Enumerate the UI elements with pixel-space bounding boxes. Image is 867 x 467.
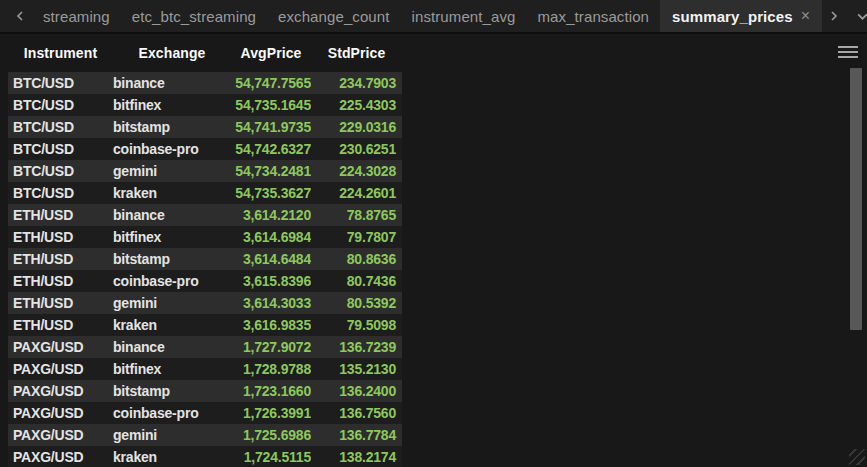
avgprice-cell: 54,734.2481 (231, 163, 311, 179)
avgprice-cell: 3,614.2120 (231, 207, 311, 223)
instrument-cell: PAXG/USD (8, 405, 113, 421)
chevron-down-icon[interactable] (850, 10, 867, 23)
vertical-scrollbar[interactable] (850, 34, 862, 467)
table-row[interactable]: ETH/USDbinance3,614.212078.8765 (8, 204, 402, 226)
avgprice-cell: 54,741.9735 (231, 119, 311, 135)
app-window: streaming etc_btc_streaming exchange_cou… (0, 0, 867, 467)
stdprice-cell: 224.3028 (311, 163, 402, 179)
stdprice-cell: 138.2174 (311, 449, 402, 465)
avgprice-cell: 1,728.9788 (231, 361, 311, 377)
avgprice-cell: 3,614.6984 (231, 229, 311, 245)
stdprice-cell: 224.2601 (311, 185, 402, 201)
close-icon[interactable]: × (801, 8, 810, 24)
stdprice-cell: 79.7807 (311, 229, 402, 245)
exchange-cell: kraken (113, 185, 231, 201)
stdprice-cell: 225.4303 (311, 97, 402, 113)
stdprice-cell: 136.7784 (311, 427, 402, 443)
tab-actions (822, 0, 867, 32)
column-header-avgprice[interactable]: AvgPrice (231, 45, 311, 61)
avgprice-cell: 3,615.8396 (231, 273, 311, 289)
table-row[interactable]: PAXG/USDbitstamp1,723.1660136.2400 (8, 380, 402, 402)
table-row[interactable]: BTC/USDbinance54,747.7565234.7903 (8, 72, 402, 94)
stdprice-cell: 135.2130 (311, 361, 402, 377)
table-row[interactable]: BTC/USDkraken54,735.3627224.2601 (8, 182, 402, 204)
table-row[interactable]: PAXG/USDkraken1,724.5115138.2174 (8, 446, 402, 467)
scrollbar-thumb[interactable] (850, 68, 862, 330)
table-row[interactable]: BTC/USDcoinbase-pro54,742.6327230.6251 (8, 138, 402, 160)
tab-label: exchange_count (278, 8, 390, 25)
instrument-cell: ETH/USD (8, 251, 113, 267)
instrument-cell: ETH/USD (8, 229, 113, 245)
exchange-cell: binance (113, 339, 231, 355)
stdprice-cell: 136.7239 (311, 339, 402, 355)
exchange-cell: kraken (113, 317, 231, 333)
table-row[interactable]: BTC/USDbitstamp54,741.9735229.0316 (8, 116, 402, 138)
avgprice-cell: 3,614.6484 (231, 251, 311, 267)
avgprice-cell: 3,616.9835 (231, 317, 311, 333)
tab-etc-btc-streaming[interactable]: etc_btc_streaming (121, 0, 267, 32)
chevron-right-icon[interactable] (822, 10, 846, 22)
table-row[interactable]: PAXG/USDbitfinex1,728.9788135.2130 (8, 358, 402, 380)
instrument-cell: BTC/USD (8, 141, 113, 157)
column-header-instrument[interactable]: Instrument (8, 45, 113, 61)
stdprice-cell: 230.6251 (311, 141, 402, 157)
table-row[interactable]: PAXG/USDcoinbase-pro1,726.3991136.7560 (8, 402, 402, 424)
avgprice-cell: 3,614.3033 (231, 295, 311, 311)
stdprice-cell: 78.8765 (311, 207, 402, 223)
exchange-cell: gemini (113, 163, 231, 179)
instrument-cell: PAXG/USD (8, 361, 113, 377)
table-row[interactable]: ETH/USDkraken3,616.983579.5098 (8, 314, 402, 336)
exchange-cell: bitstamp (113, 383, 231, 399)
table-row[interactable]: ETH/USDcoinbase-pro3,615.839680.7436 (8, 270, 402, 292)
tab-label: streaming (43, 8, 110, 25)
tab-bar: streaming etc_btc_streaming exchange_cou… (0, 0, 867, 34)
exchange-cell: binance (113, 75, 231, 91)
tab-max-transaction[interactable]: max_transaction (527, 0, 661, 32)
avgprice-cell: 1,727.9072 (231, 339, 311, 355)
exchange-cell: bitfinex (113, 97, 231, 113)
table-row[interactable]: BTC/USDbitfinex54,735.1645225.4303 (8, 94, 402, 116)
stdprice-cell: 229.0316 (311, 119, 402, 135)
instrument-cell: BTC/USD (8, 119, 113, 135)
avgprice-cell: 1,726.3991 (231, 405, 311, 421)
stdprice-cell: 136.2400 (311, 383, 402, 399)
instrument-cell: PAXG/USD (8, 339, 113, 355)
table-row[interactable]: PAXG/USDgemini1,725.6986136.7784 (8, 424, 402, 446)
chevron-left-icon[interactable] (8, 0, 32, 32)
stdprice-cell: 136.7560 (311, 405, 402, 421)
table-row[interactable]: ETH/USDbitstamp3,614.648480.8636 (8, 248, 402, 270)
table-row[interactable]: PAXG/USDbinance1,727.9072136.7239 (8, 336, 402, 358)
exchange-cell: gemini (113, 295, 231, 311)
avgprice-cell: 1,725.6986 (231, 427, 311, 443)
avgprice-cell: 54,735.1645 (231, 97, 311, 113)
table-panel: Instrument Exchange AvgPrice StdPrice BT… (0, 34, 867, 467)
instrument-cell: ETH/USD (8, 317, 113, 333)
exchange-cell: binance (113, 207, 231, 223)
exchange-cell: coinbase-pro (113, 273, 231, 289)
table-row[interactable]: BTC/USDgemini54,734.2481224.3028 (8, 160, 402, 182)
resize-grip-icon[interactable] (849, 449, 865, 465)
tab-label: max_transaction (538, 8, 650, 25)
avgprice-cell: 54,742.6327 (231, 141, 311, 157)
table-body: BTC/USDbinance54,747.7565234.7903BTC/USD… (8, 72, 402, 467)
table-row[interactable]: ETH/USDbitfinex3,614.698479.7807 (8, 226, 402, 248)
avgprice-cell: 1,723.1660 (231, 383, 311, 399)
tab-streaming[interactable]: streaming (32, 0, 121, 32)
table-row[interactable]: ETH/USDgemini3,614.303380.5392 (8, 292, 402, 314)
stdprice-cell: 234.7903 (311, 75, 402, 91)
stdprice-cell: 79.5098 (311, 317, 402, 333)
avgprice-cell: 54,735.3627 (231, 185, 311, 201)
stdprice-cell: 80.5392 (311, 295, 402, 311)
stdprice-cell: 80.7436 (311, 273, 402, 289)
exchange-cell: kraken (113, 449, 231, 465)
column-header-exchange[interactable]: Exchange (113, 45, 231, 61)
exchange-cell: bitfinex (113, 361, 231, 377)
tab-summary-prices[interactable]: summary_prices × (660, 0, 822, 32)
instrument-cell: ETH/USD (8, 207, 113, 223)
exchange-cell: coinbase-pro (113, 141, 231, 157)
column-header-stdprice[interactable]: StdPrice (311, 45, 402, 61)
tab-label: summary_prices (672, 8, 793, 25)
tab-exchange-count[interactable]: exchange_count (267, 0, 401, 32)
tab-instrument-avg[interactable]: instrument_avg (401, 0, 527, 32)
instrument-cell: BTC/USD (8, 75, 113, 91)
